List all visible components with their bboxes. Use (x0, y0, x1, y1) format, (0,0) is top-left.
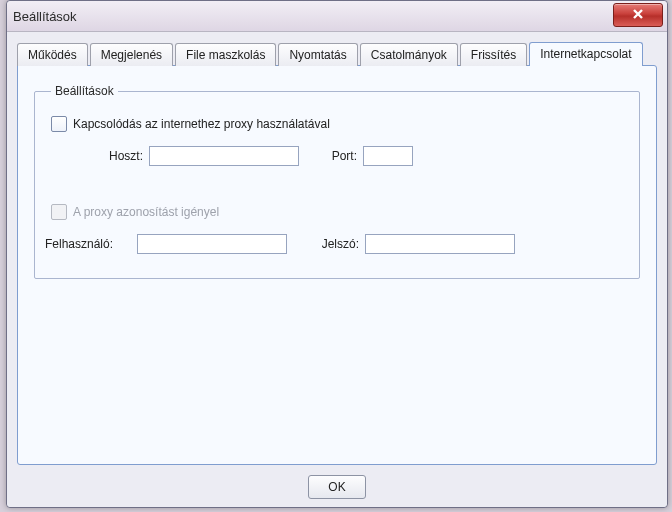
tab-internetkapcsolat[interactable]: Internetkapcsolat (529, 42, 642, 66)
ok-button[interactable]: OK (308, 475, 366, 499)
use-proxy-row: Kapcsolódás az internethez proxy használ… (51, 116, 623, 132)
user-pass-row: Felhasználó: Jelszó: (51, 234, 623, 254)
host-port-row: Hoszt: Port: (79, 146, 623, 166)
tab-megjelenes[interactable]: Megjelenés (90, 43, 173, 66)
button-bar: OK (17, 465, 657, 499)
password-label: Jelszó: (307, 237, 359, 251)
port-label: Port: (313, 149, 357, 163)
tab-nyomtatas[interactable]: Nyomtatás (278, 43, 357, 66)
client-area: Működés Megjelenés File maszkolás Nyomta… (7, 32, 667, 507)
tabstrip: Működés Megjelenés File maszkolás Nyomta… (17, 42, 657, 66)
tab-csatolmanyok[interactable]: Csatolmányok (360, 43, 458, 66)
titlebar: Beállítások (7, 1, 667, 32)
user-input[interactable] (137, 234, 287, 254)
settings-window: Beállítások Működés Megjelenés File masz… (6, 0, 668, 508)
spacer (51, 166, 623, 204)
host-label: Hoszt: (79, 149, 143, 163)
proxy-auth-label: A proxy azonosítást igényel (73, 205, 219, 219)
port-input[interactable] (363, 146, 413, 166)
close-button[interactable] (613, 3, 663, 27)
host-input[interactable] (149, 146, 299, 166)
user-label: Felhasználó: (45, 237, 131, 251)
auth-row: A proxy azonosítást igényel (51, 204, 623, 220)
use-proxy-checkbox[interactable] (51, 116, 67, 132)
tab-mukodes[interactable]: Működés (17, 43, 88, 66)
tab-file-maszkolas[interactable]: File maszkolás (175, 43, 276, 66)
proxy-auth-checkbox (51, 204, 67, 220)
tab-frissites[interactable]: Frissítés (460, 43, 527, 66)
close-icon (631, 7, 645, 24)
window-title: Beállítások (13, 9, 77, 24)
group-legend: Beállítások (51, 84, 118, 98)
use-proxy-label: Kapcsolódás az internethez proxy használ… (73, 117, 330, 131)
tabpage-internetkapcsolat: Beállítások Kapcsolódás az internethez p… (17, 65, 657, 465)
proxy-settings-group: Beállítások Kapcsolódás az internethez p… (34, 84, 640, 279)
password-input[interactable] (365, 234, 515, 254)
